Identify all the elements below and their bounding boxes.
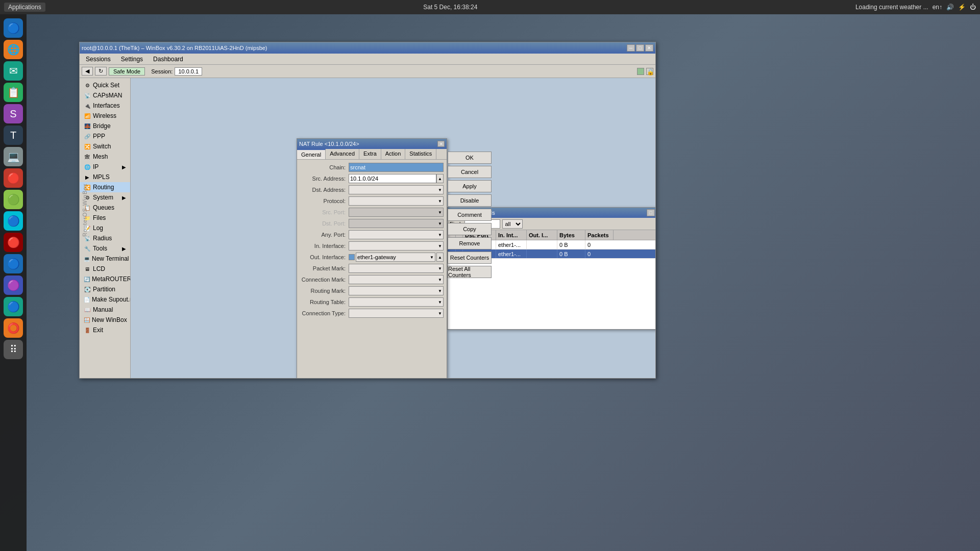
connection-type-select[interactable]: ▼ — [349, 309, 444, 318]
nat-dialog-close[interactable]: ✕ — [437, 141, 445, 147]
tab-advanced[interactable]: Advanced — [326, 149, 359, 159]
src-address-row: Src. Address: ▲ — [300, 174, 444, 183]
status-green-icon[interactable] — [637, 68, 644, 75]
main-window: RouterOS WinBox root@10.0.0.1 (TheTik) –… — [79, 42, 656, 379]
maximize-button[interactable]: □ — [636, 44, 644, 52]
src-address-up-btn[interactable]: ▲ — [436, 174, 444, 183]
nav-label-routing: Routing — [93, 184, 114, 191]
tab-action[interactable]: Action — [381, 149, 406, 159]
dock-icon-12[interactable]: 🔵 — [4, 254, 23, 273]
row1-in-int: ether1-... — [496, 240, 527, 249]
apps-menu-button[interactable]: Applications — [4, 3, 45, 12]
taskbar: Applications Sat 5 Dec, 16:38:24 Loading… — [0, 0, 980, 14]
out-interface-up-btn[interactable]: ▲ — [436, 253, 444, 262]
dock-icon-2[interactable]: 🌐 — [4, 40, 23, 59]
minimize-button[interactable]: ─ — [627, 44, 635, 52]
dock-icon-9[interactable]: 🟢 — [4, 190, 23, 209]
refresh-button[interactable]: ↻ — [95, 67, 107, 76]
col-packets[interactable]: Packets — [585, 230, 614, 240]
packet-mark-arrow: ▼ — [438, 266, 442, 271]
taskbar-right: Loading current weather ... en↑ 🔊 ⚡ ⏻ — [851, 4, 980, 11]
dock-icon-11[interactable]: 🔴 — [4, 233, 23, 252]
copy-button[interactable]: Copy — [448, 223, 492, 235]
volume-icon[interactable]: 🔊 — [946, 4, 954, 11]
tab-general[interactable]: General — [297, 149, 326, 159]
connection-mark-row: Connection Mark: ▼ — [300, 275, 444, 284]
dock-apps-button[interactable]: ⠿ — [4, 340, 23, 359]
in-interface-select[interactable]: ▼ — [349, 241, 444, 251]
dock-icon-5[interactable]: S — [4, 104, 23, 123]
reset-counters-button[interactable]: Reset Counters — [448, 252, 492, 264]
packet-mark-select[interactable]: ▼ — [349, 264, 444, 273]
any-port-select[interactable]: ▼ — [349, 230, 444, 239]
nav-label-system: System — [93, 194, 113, 201]
connection-type-row: Connection Type: ▼ — [300, 309, 444, 318]
routing-table-row: Routing Table: ▼ — [300, 297, 444, 307]
nav-label-tools: Tools — [93, 245, 107, 252]
dst-address-label: Dst. Address: — [300, 187, 349, 193]
routing-mark-label: Routing Mark: — [300, 288, 349, 294]
status-lock-icon[interactable]: 🔒 — [646, 68, 653, 75]
ip-expand-icon: ▶ — [122, 164, 126, 170]
dock-icon-1[interactable]: 🔵 — [4, 18, 23, 38]
dock-icon-3[interactable]: ✉ — [4, 61, 23, 81]
nav-label-ppp: PPP — [93, 133, 105, 140]
chain-label: Chain: — [300, 164, 349, 170]
out-interface-select[interactable]: ether1-gateway ▼ — [356, 253, 435, 262]
nav-label-files: Files — [93, 214, 106, 221]
routing-mark-select[interactable]: ▼ — [349, 286, 444, 295]
dock-icon-6[interactable]: T — [4, 126, 23, 145]
dock-icon-15[interactable]: ⭕ — [4, 318, 23, 338]
src-address-input[interactable] — [349, 174, 436, 183]
cancel-button[interactable]: Cancel — [448, 166, 492, 178]
apply-button[interactable]: Apply — [448, 180, 492, 192]
nav-label-log: Log — [93, 224, 103, 232]
dock-icon-8[interactable]: 🔴 — [4, 168, 23, 188]
col-in-int[interactable]: In. Int... — [496, 230, 527, 240]
sidebar-label: RouterOS WinBox — [80, 42, 90, 378]
row2-packets: 0 — [585, 249, 655, 258]
filter-select[interactable]: all — [502, 219, 523, 229]
dst-port-label: Dst. Port: — [300, 220, 349, 227]
routing-table-select[interactable]: ▼ — [349, 297, 444, 307]
chain-input[interactable] — [349, 163, 444, 172]
menu-settings[interactable]: Settings — [117, 55, 147, 64]
routing-table-label: Routing Table: — [300, 299, 349, 305]
nav-label-exit: Exit — [93, 327, 103, 334]
tab-statistics[interactable]: Statistics — [405, 149, 436, 159]
nat-list-maximize[interactable]: □ — [647, 209, 655, 216]
connection-mark-select[interactable]: ▼ — [349, 275, 444, 284]
ok-button[interactable]: OK — [448, 152, 492, 164]
col-bytes[interactable]: Bytes — [557, 230, 585, 240]
nat-dialog-title: NAT Rule <10.1.0.0/24> — [299, 141, 359, 147]
in-interface-arrow: ▼ — [438, 244, 442, 248]
menu-dashboard[interactable]: Dashboard — [149, 55, 187, 64]
comment-button[interactable]: Comment — [448, 209, 492, 221]
power-icon[interactable]: ⏻ — [970, 4, 976, 11]
nav-label-interfaces: Interfaces — [93, 102, 120, 109]
dock-icon-10[interactable]: 🔵 — [4, 211, 23, 231]
dst-address-select[interactable]: ▼ — [349, 185, 444, 194]
connection-type-label: Connection Type: — [300, 310, 349, 316]
nav-label-queues: Queues — [93, 204, 114, 211]
protocol-arrow: ▼ — [438, 199, 442, 204]
nav-label-make-supout: Make Supout.rif — [92, 296, 131, 303]
dock-icon-13[interactable]: 🟣 — [4, 276, 23, 295]
remove-button[interactable]: Remove — [448, 237, 492, 249]
nav-label-metarouter: MetaROUTER — [92, 276, 131, 283]
chain-row: Chain: — [300, 163, 444, 172]
nav-label-new-terminal: New Terminal — [92, 255, 129, 262]
row1-out-int — [527, 240, 557, 249]
protocol-select[interactable]: ▼ — [349, 196, 444, 206]
taskbar-clock: Sat 5 Dec, 16:38:24 — [50, 4, 851, 11]
col-out-int[interactable]: Out. I... — [527, 230, 557, 240]
tab-extra[interactable]: Extra — [359, 149, 381, 159]
dock-icon-7[interactable]: 💻 — [4, 147, 23, 166]
close-button[interactable]: ✕ — [645, 44, 653, 52]
out-interface-checkbox[interactable] — [349, 254, 355, 260]
disable-button[interactable]: Disable — [448, 194, 492, 207]
dock-icon-14[interactable]: 🔵 — [4, 297, 23, 316]
dock-icon-4[interactable]: 📋 — [4, 83, 23, 102]
safe-mode-button[interactable]: Safe Mode — [109, 67, 145, 76]
reset-all-counters-button[interactable]: Reset All Counters — [448, 266, 492, 278]
